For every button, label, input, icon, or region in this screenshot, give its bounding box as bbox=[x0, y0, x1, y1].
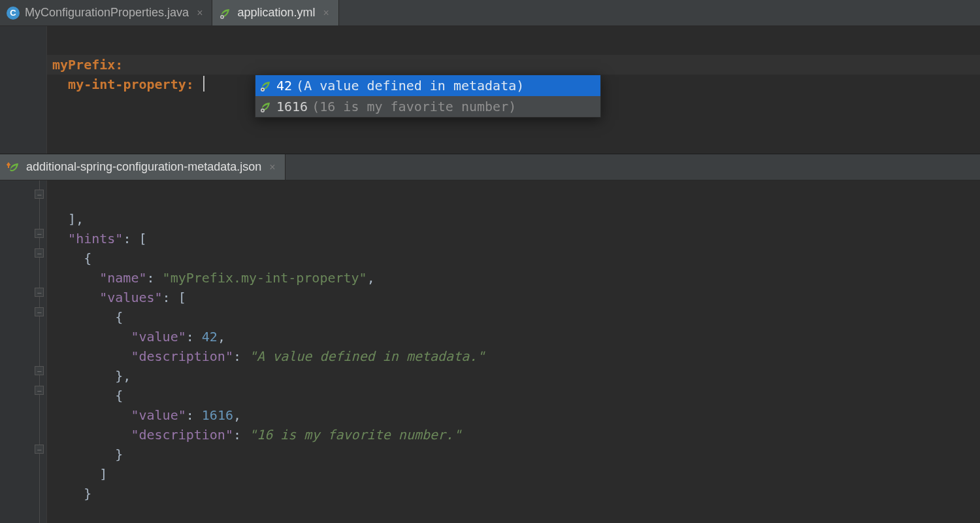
fold-marker-icon[interactable]: − bbox=[35, 307, 44, 316]
editor-yaml[interactable]: myPrefix: my-int-property: 42 (A value d… bbox=[0, 26, 980, 154]
spring-leaf-icon bbox=[219, 7, 232, 20]
code-text: "16 is my favorite number." bbox=[249, 427, 461, 443]
completion-item[interactable]: 1616 (16 is my favorite number) bbox=[255, 96, 600, 117]
tab-java-file[interactable]: C MyConfigurationProperties.java × bbox=[0, 0, 212, 25]
text-caret bbox=[203, 76, 204, 92]
code-text: } bbox=[52, 486, 91, 501]
fold-marker-icon[interactable]: − bbox=[35, 190, 44, 199]
editor-json[interactable]: − − − − − − − − ], "hints": [ { "name": … bbox=[0, 180, 980, 523]
code-text: ] bbox=[52, 466, 107, 482]
tab-label: application.yml bbox=[237, 6, 315, 20]
fold-marker-icon[interactable]: − bbox=[35, 445, 44, 454]
svg-point-1 bbox=[221, 16, 223, 18]
code-text: "description" bbox=[131, 427, 233, 443]
close-icon[interactable]: × bbox=[323, 7, 329, 19]
fold-marker-icon[interactable]: − bbox=[35, 248, 44, 258]
yaml-key: my-int-property: bbox=[68, 76, 194, 92]
completion-value: 1616 bbox=[276, 99, 308, 114]
code-text: "name" bbox=[99, 270, 146, 286]
completion-value: 42 bbox=[276, 78, 292, 93]
completion-item[interactable]: 42 (A value defined in metadata) bbox=[255, 75, 600, 96]
completion-hint: (A value defined in metadata) bbox=[296, 78, 524, 93]
fold-marker-icon[interactable]: − bbox=[35, 386, 44, 395]
code-text: : [ bbox=[123, 231, 146, 246]
gutter-bottom: − − − − − − − − bbox=[0, 180, 47, 523]
code-text: "value" bbox=[131, 329, 186, 345]
tab-label: additional-spring-configuration-metadata… bbox=[26, 160, 261, 174]
editor-pane-bottom: additional-spring-configuration-metadata… bbox=[0, 154, 980, 523]
code-text: "values" bbox=[99, 290, 162, 305]
yaml-key: myPrefix: bbox=[52, 57, 123, 73]
code-text: }, bbox=[52, 368, 131, 384]
completion-popup: 42 (A value defined in metadata) 1616 (1… bbox=[255, 75, 601, 118]
fold-marker-icon[interactable]: − bbox=[35, 229, 44, 238]
close-icon[interactable]: × bbox=[197, 7, 203, 19]
code-text: "description" bbox=[131, 348, 233, 364]
svg-point-5 bbox=[262, 110, 264, 112]
tabbar-top: C MyConfigurationProperties.java × appli… bbox=[0, 0, 980, 26]
completion-hint: (16 is my favorite number) bbox=[312, 99, 516, 114]
svg-point-3 bbox=[262, 89, 264, 91]
spring-config-icon bbox=[7, 161, 21, 174]
code-text: "myPrefix.my-int-property" bbox=[163, 270, 367, 286]
spring-leaf-icon bbox=[259, 79, 272, 92]
fold-marker-icon[interactable]: − bbox=[35, 366, 44, 375]
close-icon[interactable]: × bbox=[269, 161, 275, 173]
editor-pane-top: C MyConfigurationProperties.java × appli… bbox=[0, 0, 980, 154]
code-text: : [ bbox=[163, 290, 186, 305]
java-class-icon: C bbox=[7, 7, 20, 20]
code-text: 1616 bbox=[202, 407, 233, 423]
code-text: "value" bbox=[131, 407, 186, 423]
tabbar-bottom: additional-spring-configuration-metadata… bbox=[0, 154, 980, 180]
json-code[interactable]: ], "hints": [ { "name": "myPrefix.my-int… bbox=[47, 180, 485, 523]
tab-yaml-file[interactable]: application.yml × bbox=[212, 0, 338, 25]
code-text: 42 bbox=[202, 329, 218, 345]
tab-json-file[interactable]: additional-spring-configuration-metadata… bbox=[0, 154, 286, 180]
code-text: } bbox=[52, 447, 123, 462]
code-text: ], bbox=[52, 211, 84, 227]
code-text: { bbox=[52, 250, 91, 266]
code-text: "A value defined in metadata." bbox=[249, 348, 485, 364]
code-text: { bbox=[52, 388, 123, 403]
spring-leaf-icon bbox=[259, 100, 272, 113]
yaml-code[interactable]: myPrefix: my-int-property: bbox=[47, 26, 204, 154]
tab-label: MyConfigurationProperties.java bbox=[25, 6, 189, 20]
fold-marker-icon[interactable]: − bbox=[35, 288, 44, 297]
code-text: "hints" bbox=[68, 231, 123, 246]
gutter-top bbox=[0, 26, 47, 154]
code-text: { bbox=[52, 309, 123, 325]
